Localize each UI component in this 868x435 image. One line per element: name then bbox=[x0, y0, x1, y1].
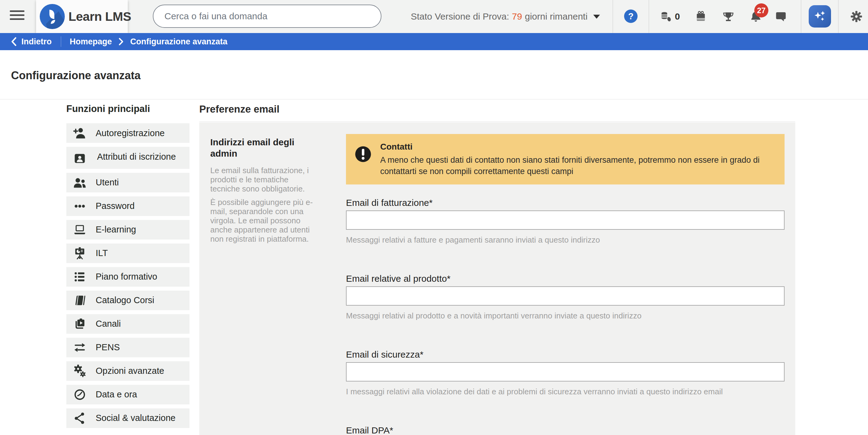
sidebar-item-label: Piano formativo bbox=[96, 272, 157, 282]
global-search bbox=[153, 5, 381, 28]
sidebar-item-data-e-ora[interactable]: Data e ora bbox=[66, 385, 189, 404]
page-title: Configurazione avanzata bbox=[0, 50, 868, 82]
sidebar-item-label: Utenti bbox=[96, 177, 119, 187]
security-email-input[interactable] bbox=[346, 362, 784, 381]
field-group-dpa: Email DPA* bbox=[346, 425, 784, 435]
trial-status-dropdown[interactable]: Stato Versione di Prova: 79 giorni riman… bbox=[411, 0, 600, 33]
back-button[interactable]: Indietro bbox=[10, 37, 52, 47]
list-icon bbox=[73, 270, 87, 284]
sidebar-item-pens[interactable]: PENS bbox=[66, 338, 189, 357]
sidebar-item-label: Data e ora bbox=[96, 389, 137, 400]
notification-badge: 27 bbox=[754, 3, 768, 18]
field-group-product: Email relative al prodotto* Messaggi rel… bbox=[346, 273, 784, 321]
ai-assistant-button[interactable] bbox=[809, 5, 831, 28]
alert-message: A meno che questi dati di contatto non s… bbox=[380, 154, 772, 177]
contact-card-icon bbox=[73, 152, 87, 165]
sidebar-item-label: Social & valutazione bbox=[96, 413, 176, 423]
help-icon[interactable]: ? bbox=[624, 9, 638, 23]
trial-status-label: Stato Versione di Prova: bbox=[411, 11, 509, 22]
content: Funzioni principali Autoregistrazione bbox=[0, 100, 868, 435]
sidebar-item-label: PENS bbox=[96, 342, 120, 352]
intro-column: Indirizzi email degli admin Le email sul… bbox=[210, 137, 317, 248]
main-section: Preferenze email Indirizzi email degli a… bbox=[199, 100, 795, 435]
search-input[interactable] bbox=[153, 5, 381, 28]
coins-icon[interactable] bbox=[659, 10, 672, 23]
product-email-label: Email relative al prodotto* bbox=[346, 273, 784, 284]
breadcrumb: Indietro Homepage Configurazione avanzat… bbox=[0, 33, 868, 50]
sidebar-item-utenti[interactable]: Utenti bbox=[66, 173, 189, 193]
header-divider bbox=[613, 0, 613, 33]
header-divider bbox=[649, 0, 649, 33]
password-dots-icon bbox=[73, 199, 87, 213]
sidebar-item-opzioni-avanzate[interactable]: Opzioni avanzate bbox=[66, 361, 189, 381]
top-header: Learn LMS Stato Versione di Prova: 79 gi… bbox=[0, 0, 868, 33]
coins-count: 0 bbox=[675, 0, 680, 33]
trial-status-suffix: giorni rimanenti bbox=[525, 11, 587, 22]
users-icon bbox=[73, 176, 87, 190]
dpa-email-label: Email DPA* bbox=[346, 425, 784, 435]
sidebar-item-autoregistrazione[interactable]: Autoregistrazione bbox=[66, 123, 189, 143]
billing-email-label: Email di fatturazione* bbox=[346, 198, 784, 208]
clock-icon bbox=[73, 388, 87, 401]
chevron-right-icon bbox=[119, 38, 123, 46]
billing-email-helper: Messaggi relativi a fatture e pagamenti … bbox=[346, 235, 784, 245]
sparkles-icon bbox=[813, 9, 827, 24]
sidebar-item-password[interactable]: Password bbox=[66, 196, 189, 216]
transfer-arrows-icon bbox=[73, 341, 87, 354]
share-icon bbox=[73, 411, 87, 425]
sidebar-item-label: Opzioni avanzate bbox=[96, 366, 164, 376]
sidebar-item-label: Autoregistrazione bbox=[96, 128, 165, 138]
logo[interactable]: Learn LMS bbox=[36, 0, 128, 33]
sidebar-item-social-valutazione[interactable]: Social & valutazione bbox=[66, 408, 189, 428]
help-glyph: ? bbox=[628, 11, 633, 22]
sidebar-item-piano-formativo[interactable]: Piano formativo bbox=[66, 267, 189, 287]
sidebar-item-label: Canali bbox=[96, 319, 121, 329]
alert-title: Contatti bbox=[380, 142, 772, 152]
sidebar-item-attributi-di-iscrizione[interactable]: Attributi di iscrizione bbox=[66, 147, 189, 169]
sidebar-item-ilt[interactable]: ILT bbox=[66, 243, 189, 263]
header-divider bbox=[801, 0, 801, 33]
sidebar-item-canali[interactable]: Canali bbox=[66, 314, 189, 334]
email-preferences-panel: Indirizzi email degli admin Le email sul… bbox=[199, 122, 795, 435]
exclamation-icon bbox=[346, 141, 380, 177]
chevron-down-icon bbox=[593, 15, 600, 19]
hamburger-menu-icon[interactable] bbox=[10, 10, 25, 20]
field-group-billing: Email di fatturazione* Messaggi relativi… bbox=[346, 198, 784, 245]
intro-paragraph-2: È possibile aggiungere più e-mail, separ… bbox=[210, 198, 317, 243]
field-group-security: Email di sicurezza* I messaggi relativi … bbox=[346, 349, 784, 397]
person-add-icon bbox=[73, 126, 87, 140]
book-icon bbox=[73, 294, 87, 307]
title-band: Configurazione avanzata bbox=[0, 50, 868, 99]
sidebar-menu: Autoregistrazione Attributi di iscrizion… bbox=[66, 123, 189, 428]
alert-body: Contatti A meno che questi dati di conta… bbox=[380, 141, 772, 177]
sidebar-item-label: Password bbox=[96, 201, 134, 211]
sidebar-item-label: ILT bbox=[96, 248, 108, 258]
product-email-helper: Messaggi relativi al prodotto e a novità… bbox=[346, 311, 784, 321]
intro-paragraph-1: Le email sulla fatturazione, i prodotti … bbox=[210, 166, 317, 193]
billing-email-input[interactable] bbox=[346, 210, 784, 230]
trial-days-remaining: 79 bbox=[512, 11, 522, 22]
chat-icon[interactable] bbox=[774, 10, 787, 23]
sidebar-item-catalogo-corsi[interactable]: Catalogo Corsi bbox=[66, 291, 189, 310]
breadcrumb-home-link[interactable]: Homepage bbox=[70, 37, 112, 47]
trophy-icon[interactable] bbox=[722, 10, 735, 23]
product-email-input[interactable] bbox=[346, 286, 784, 306]
form-column: Contatti A meno che questi dati di conta… bbox=[346, 122, 784, 435]
page: Learn LMS Stato Versione di Prova: 79 gi… bbox=[0, 0, 868, 435]
security-email-helper: I messaggi relativi alla violazione dei … bbox=[346, 387, 784, 397]
intro-title: Indirizzi email degli admin bbox=[210, 137, 317, 159]
header-divider bbox=[838, 0, 839, 33]
logo-icon bbox=[40, 4, 65, 29]
section-title: Preferenze email bbox=[199, 100, 795, 115]
presentation-icon bbox=[73, 246, 87, 260]
sidebar: Funzioni principali Autoregistrazione bbox=[66, 100, 189, 432]
chevron-left-icon bbox=[10, 37, 17, 46]
sidebar-item-e-learning[interactable]: E-learning bbox=[66, 220, 189, 239]
logo-text: Learn LMS bbox=[68, 9, 131, 24]
contacts-alert: Contatti A meno che questi dati di conta… bbox=[346, 134, 784, 184]
sidebar-item-label: E-learning bbox=[96, 225, 136, 235]
settings-gear-icon[interactable] bbox=[850, 10, 863, 23]
gift-icon[interactable] bbox=[694, 10, 707, 23]
main-heading-wrap: Preferenze email bbox=[199, 100, 795, 122]
channels-icon bbox=[73, 317, 87, 331]
